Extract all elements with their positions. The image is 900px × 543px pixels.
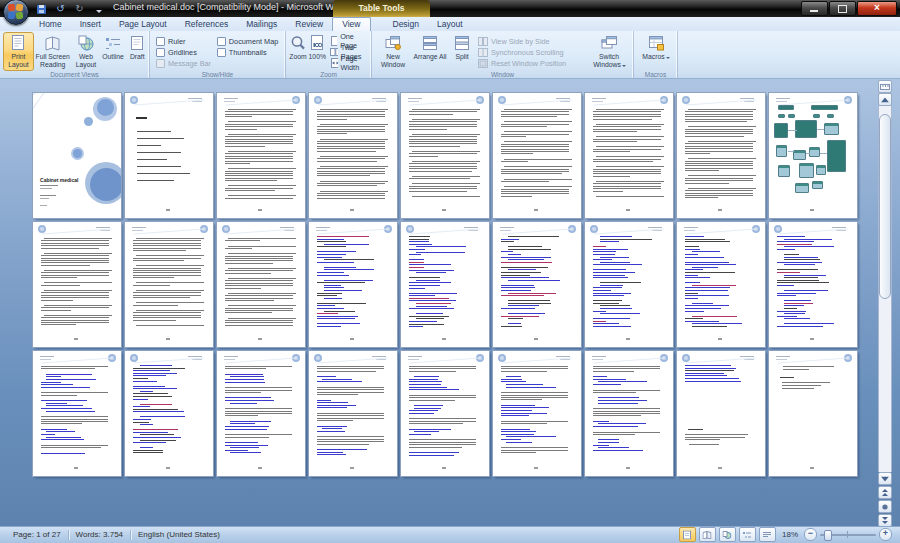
page-thumbnail-9[interactable] [769,93,857,218]
group-label-macros: Macros [634,71,677,78]
zoom-slider-handle[interactable] [824,530,832,541]
tab-design[interactable]: Design [384,17,428,31]
view-side-by-side-icon [478,37,488,46]
page-thumbnail-10[interactable] [33,222,121,347]
page-thumbnail-20[interactable] [125,351,213,476]
two-pages-icon [330,47,338,57]
view-print-layout-button[interactable] [679,527,696,542]
one-page-icon [330,36,338,46]
office-button[interactable] [3,0,29,25]
page-thumbnail-25[interactable] [585,351,673,476]
page-thumbnail-24[interactable] [493,351,581,476]
zoom-slider[interactable] [820,529,876,540]
scrollbar-track[interactable] [878,106,892,472]
previous-page-button[interactable] [878,486,892,499]
switch-windows-button[interactable]: Switch Windows [587,33,631,70]
page-thumbnail-4[interactable] [309,93,397,218]
page-thumbnail-5[interactable] [401,93,489,218]
tab-page-layout[interactable]: Page Layout [110,17,176,31]
view-side-by-side-button: View Side by Side [475,36,587,46]
scroll-up-button[interactable] [878,93,892,106]
new-window-icon [384,34,402,52]
ruler-checkbox[interactable]: Ruler [156,36,213,46]
page-thumbnail-26[interactable] [677,351,765,476]
save-icon [37,5,46,14]
view-web-layout-button[interactable] [719,527,736,542]
tab-insert[interactable]: Insert [71,17,110,31]
group-show-hide: Ruler Gridlines Message Bar Document Map… [150,31,286,78]
web-layout-button[interactable]: Web Layout [72,33,101,70]
view-full-screen-button[interactable] [699,527,716,542]
view-outline-button[interactable] [739,527,756,542]
tab-review[interactable]: Review [286,17,332,31]
page-thumbnail-14[interactable] [401,222,489,347]
title-bar: Cabinet medical.doc [Compatibility Mode]… [0,0,900,17]
page-thumbnail-6[interactable] [493,93,581,218]
page-thumbnail-21[interactable] [217,351,305,476]
tab-layout[interactable]: Layout [428,17,472,31]
save-button[interactable] [34,2,49,16]
redo-button[interactable] [72,2,87,16]
page-thumbnail-1[interactable]: Cabinet medical [33,93,121,218]
split-button[interactable]: Split [449,33,475,70]
page-width-button[interactable]: Page Width [327,58,371,68]
new-window-button[interactable]: New Window [375,33,411,70]
zoom-in-button[interactable]: + [879,528,892,541]
double-chevron-down-icon [881,517,889,525]
scroll-down-button[interactable] [878,472,892,485]
ribbon: Print Layout Full Screen Reading Web Lay… [0,31,900,79]
thumbnails-checkbox[interactable]: Thumbnails [217,47,281,57]
page-thumbnail-12[interactable] [217,222,305,347]
page-thumbnail-8[interactable] [677,93,765,218]
pages-grid: Cabinet medical [33,93,857,476]
undo-button[interactable] [53,2,68,16]
page-thumbnail-17[interactable] [677,222,765,347]
view-draft-button[interactable] [759,527,776,542]
group-macros: Macros Macros [634,31,678,78]
select-browse-object-button[interactable] [878,500,892,513]
restore-button[interactable] [829,1,856,16]
full-screen-reading-button[interactable]: Full Screen Reading [34,33,72,70]
page-thumbnail-11[interactable] [125,222,213,347]
page-thumbnail-2[interactable] [125,93,213,218]
arrange-all-button[interactable]: Arrange All [411,33,449,70]
zoom-100-button[interactable]: 100% [308,33,326,70]
switch-windows-icon [600,34,618,52]
vertical-scrollbar [878,80,892,527]
language-status[interactable]: English (United States) [131,530,227,539]
context-tab-group-label: Table Tools [333,0,430,17]
zoom-out-button[interactable]: − [804,528,817,541]
page-thumbnail-16[interactable] [585,222,673,347]
tab-view[interactable]: View [332,17,370,31]
page-thumbnail-27[interactable] [769,351,857,476]
close-button[interactable] [857,1,897,16]
page-thumbnail-19[interactable] [33,351,121,476]
zoom-button[interactable]: Zoom [288,33,308,70]
page-thumbnail-18[interactable] [769,222,857,347]
zoom-level[interactable]: 18% [779,530,801,539]
page-thumbnail-7[interactable] [585,93,673,218]
tab-references[interactable]: References [176,17,237,31]
draft-button[interactable]: Draft [126,33,149,70]
macros-button[interactable]: Macros [638,33,674,70]
page-thumbnail-23[interactable] [401,351,489,476]
page-thumbnail-15[interactable] [493,222,581,347]
document-map-checkbox[interactable]: Document Map [217,36,281,46]
word-count-status[interactable]: Words: 3.754 [69,530,130,539]
print-layout-button[interactable]: Print Layout [3,32,34,71]
outline-icon [104,34,122,52]
gridlines-checkbox[interactable]: Gridlines [156,47,213,57]
document-canvas: Cabinet medical [0,79,900,527]
scrollbar-thumb[interactable] [879,114,891,299]
tab-home[interactable]: Home [30,17,71,31]
qat-customize-button[interactable] [91,2,106,16]
page-thumbnail-13[interactable] [309,222,397,347]
page-status[interactable]: Page: 1 of 27 [6,530,68,539]
view-ruler-toggle-button[interactable] [878,80,892,93]
outline-mini-icon [743,531,751,539]
minimize-button[interactable] [801,1,828,16]
page-thumbnail-22[interactable] [309,351,397,476]
outline-button[interactable]: Outline [100,33,125,70]
tab-mailings[interactable]: Mailings [237,17,286,31]
page-thumbnail-3[interactable] [217,93,305,218]
